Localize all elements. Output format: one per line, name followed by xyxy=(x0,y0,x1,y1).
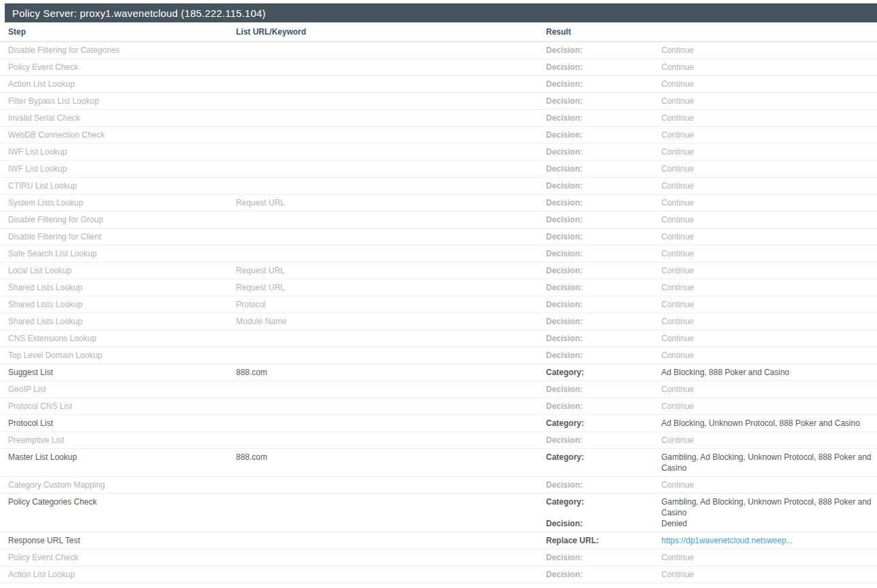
result-value: Continue xyxy=(661,316,872,327)
result-value: Continue xyxy=(661,350,872,361)
result-line: Decision:Continue xyxy=(546,214,872,225)
step-cell: Top Level Domain Lookup xyxy=(0,347,228,364)
result-value: Continue xyxy=(661,401,872,412)
table-row: Disable Filtering for Categories Decisio… xyxy=(0,42,877,59)
step-cell: Disable Filtering for Categories xyxy=(0,42,228,58)
result-value: Continue xyxy=(661,130,872,140)
list-url-keyword-cell xyxy=(228,246,538,262)
table-row: Filter Bypass List Lookup https://dp1wav… xyxy=(0,583,877,588)
result-label: Decision: xyxy=(546,569,661,580)
table-row: Filter Bypass List Lookup Decision:Conti… xyxy=(0,93,877,110)
step-cell: Safe Search List Lookup xyxy=(0,246,228,262)
list-url-keyword-cell xyxy=(228,415,538,431)
result-label: Decision: xyxy=(546,248,661,259)
table-row: Policy Event Check Decision:Continue xyxy=(0,549,877,566)
result-value: Continue xyxy=(661,265,872,276)
list-url-keyword-cell: Protocol xyxy=(228,296,538,313)
result-cell: Decision:Continue xyxy=(538,110,877,126)
result-cell: Category:Filter Bypass ListDecision:Allo… xyxy=(538,583,877,588)
result-label: Decision: xyxy=(546,197,661,208)
table-body: Disable Filtering for Categories Decisio… xyxy=(0,42,877,588)
result-cell: Decision:Continue xyxy=(538,161,877,177)
step-cell: Invalid Serial Check xyxy=(0,110,228,126)
result-cell: Decision:Continue xyxy=(538,76,877,92)
result-cell: Decision:Continue xyxy=(538,246,877,262)
result-line: Decision:Continue xyxy=(546,552,872,563)
table-row: Shared Lists Lookup Module Name Decision… xyxy=(0,313,877,330)
result-label: Decision: xyxy=(546,146,661,157)
result-cell: Decision:Continue xyxy=(538,59,877,75)
result-value: Continue xyxy=(661,384,872,395)
result-label: Replace URL: xyxy=(546,535,661,546)
table-row: System Lists Lookup Request URL Decision… xyxy=(0,195,877,212)
result-cell: Decision:Continue xyxy=(538,549,877,566)
result-value: Continue xyxy=(661,299,872,310)
result-label: Decision: xyxy=(546,350,661,361)
result-line: Decision:Continue xyxy=(546,435,872,446)
result-cell: Decision:Continue xyxy=(538,127,877,143)
step-cell: Master List Lookup xyxy=(0,449,228,476)
table-row: GeoIP List Decision:Continue xyxy=(0,381,877,398)
result-label: Decision: xyxy=(546,435,661,446)
list-url-keyword-cell xyxy=(228,549,538,566)
result-cell: Decision:Continue xyxy=(538,313,877,330)
step-cell: Policy Event Check xyxy=(0,59,228,75)
table-row: Safe Search List Lookup Decision:Continu… xyxy=(0,246,877,262)
table-row: Disable Filtering for Client Decision:Co… xyxy=(0,229,877,246)
step-cell: CNS Extensions Lookup xyxy=(0,330,228,347)
result-label: Decision: xyxy=(546,265,661,276)
result-line: Decision:Continue xyxy=(546,265,872,276)
result-cell: Decision:Continue xyxy=(538,347,877,364)
result-value: Continue xyxy=(661,45,872,56)
step-cell: Shared Lists Lookup xyxy=(0,313,228,330)
result-cell: Decision:Continue xyxy=(538,195,877,211)
table-row: Action List Lookup Decision:Continue xyxy=(0,76,877,93)
result-line: Replace URL:https://dp1wavenetcloud.nets… xyxy=(546,535,872,546)
table-row: Suggest List 888.com Category:Ad Blockin… xyxy=(0,364,877,381)
step-cell: System Lists Lookup xyxy=(0,195,228,211)
policy-server-title-bar: Policy Server: proxy1.wavenetcloud (185.… xyxy=(5,3,877,22)
result-label: Decision: xyxy=(546,113,661,123)
result-value: Continue xyxy=(661,146,872,157)
result-line: Decision:Continue xyxy=(546,569,872,580)
result-value: Continue xyxy=(661,282,872,293)
result-line: Decision:Continue xyxy=(546,299,872,310)
result-label: Decision: xyxy=(546,316,661,327)
step-cell: IWF List Lookup xyxy=(0,161,228,177)
result-label: Decision: xyxy=(546,479,661,490)
step-cell: Filter Bypass List Lookup xyxy=(0,93,228,109)
result-value: Continue xyxy=(661,569,872,580)
result-label: Decision: xyxy=(546,62,661,73)
result-line: Decision:Continue xyxy=(546,180,872,191)
table-row: Category Custom Mapping Decision:Continu… xyxy=(0,477,877,494)
result-value: Continue xyxy=(661,435,872,446)
table-row: Policy Event Check Decision:Continue xyxy=(0,59,877,76)
result-line: Decision:Denied xyxy=(546,518,872,529)
result-label: Decision: xyxy=(546,45,661,56)
step-cell: Policy Categories Check xyxy=(0,494,228,532)
list-url-keyword-cell: 888.com xyxy=(228,449,538,476)
list-url-keyword-cell xyxy=(228,178,538,194)
list-url-keyword-cell: https://dp1wavenetcloud.netsweeper.com xyxy=(228,583,538,588)
result-label: Decision: xyxy=(546,518,661,529)
result-cell: Decision:Continue xyxy=(538,296,877,313)
result-cell: Decision:Continue xyxy=(538,42,877,58)
result-value: Continue xyxy=(661,62,872,73)
result-label: Decision: xyxy=(546,180,661,191)
result-cell: Decision:Continue xyxy=(538,212,877,228)
list-url-keyword-cell xyxy=(228,532,538,549)
result-cell: Decision:Continue xyxy=(538,477,877,493)
table-row: Shared Lists Lookup Request URL Decision… xyxy=(0,279,877,296)
replace-url-link[interactable]: https://dp1wavenetcloud.netsweep... xyxy=(661,535,872,546)
list-url-keyword-cell xyxy=(228,432,538,448)
result-line: Decision:Continue xyxy=(546,62,872,73)
result-label: Decision: xyxy=(546,401,661,412)
step-cell: Shared Lists Lookup xyxy=(0,279,228,296)
policy-trace-table: Step List URL/Keyword Result Disable Fil… xyxy=(0,22,877,588)
result-line: Category:Gambling, Ad Blocking, Unknown … xyxy=(546,496,872,518)
list-url-keyword-cell xyxy=(228,347,538,364)
result-value: Continue xyxy=(661,180,872,191)
column-header-step: Step xyxy=(0,26,228,37)
table-row: Master List Lookup 888.com Category:Gamb… xyxy=(0,449,877,477)
list-url-keyword-cell xyxy=(228,212,538,228)
